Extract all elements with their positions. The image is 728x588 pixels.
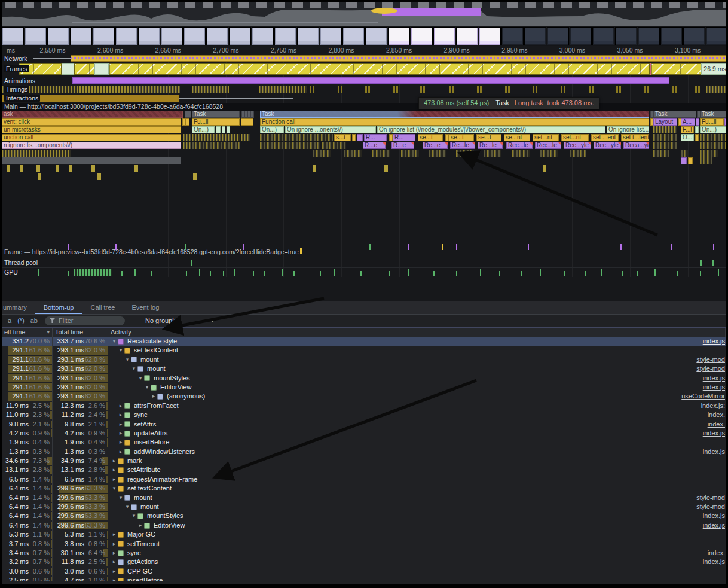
table-row[interactable]: 291.1 ms61.6 %293.1 ms62.0 %▸(anonymous)… [2, 392, 726, 401]
flame-block[interactable] [36, 165, 40, 172]
frame-segment[interactable] [651, 63, 701, 75]
filmstrip-thumbnail[interactable] [2, 27, 24, 45]
frame-segment[interactable] [62, 63, 74, 75]
frame-segment[interactable] [109, 63, 650, 75]
flame-block[interactable] [216, 126, 221, 133]
disclosure-triangle-icon[interactable]: ▾ [117, 346, 124, 355]
flame-block[interactable]: s...t [334, 134, 351, 141]
disclosure-triangle-icon[interactable]: ▾ [143, 383, 151, 392]
flame-block[interactable]: Task [260, 111, 649, 118]
frame-track[interactable]: Frame — https://id-preview--bd53fd9d-728… [2, 244, 726, 257]
filmstrip-thumbnail[interactable] [501, 27, 524, 45]
table-row[interactable]: 6.4 ms1.4 %299.6 ms63.3 %▾set textConten… [2, 484, 726, 493]
source-link[interactable]: style-mod [696, 355, 725, 364]
flame-block[interactable]: se...nt [504, 134, 530, 141]
source-link[interactable]: index.js [703, 511, 725, 520]
disclosure-triangle-icon[interactable]: ▾ [137, 374, 144, 383]
flame-block[interactable]: unction call [2, 134, 181, 141]
filmstrip-thumbnail[interactable] [342, 27, 365, 45]
disclosure-triangle-icon[interactable]: ▸ [111, 465, 118, 474]
filmstrip-thumbnail[interactable] [365, 27, 387, 45]
disclosure-triangle-icon[interactable]: ▸ [111, 567, 118, 576]
source-link[interactable]: index. [708, 410, 725, 419]
flame-block[interactable] [250, 118, 253, 126]
filmstrip-thumbnail[interactable] [47, 27, 69, 45]
flame-block[interactable]: Re...le [450, 142, 475, 149]
table-row[interactable]: 6.4 ms1.4 %299.6 ms63.3 %▾mountstyle-mod [2, 493, 726, 502]
cpu-overview-chart[interactable] [2, 8, 726, 26]
filmstrip-thumbnail[interactable] [479, 27, 501, 45]
flame-block[interactable] [183, 134, 191, 141]
table-row[interactable]: 2.5 ms0.5 %4.7 ms1.0 %▸insertBefore [2, 576, 726, 581]
flame-block[interactable] [653, 142, 677, 149]
flame-block[interactable] [357, 134, 363, 141]
flame-block[interactable] [134, 165, 138, 172]
flame-block[interactable] [512, 150, 530, 157]
flame-block[interactable] [700, 142, 728, 149]
flame-block[interactable] [250, 111, 254, 118]
flame-block[interactable] [192, 142, 240, 149]
source-link[interactable]: index. [708, 420, 725, 429]
flame-block[interactable] [313, 165, 316, 172]
flame-block[interactable]: R... [364, 134, 387, 141]
disclosure-triangle-icon[interactable]: ▾ [111, 484, 118, 493]
frame-duration-badge[interactable]: 26.9 ms [701, 63, 728, 75]
flame-block[interactable] [192, 134, 240, 141]
table-row[interactable]: 3.4 ms0.7 %30.1 ms6.4 %▸syncindex. [2, 549, 726, 557]
flame-block[interactable] [56, 165, 59, 172]
flame-block[interactable] [695, 126, 699, 133]
flame-block[interactable] [38, 173, 41, 180]
flame-block[interactable]: set t...tent [621, 134, 649, 141]
flame-block[interactable] [69, 165, 72, 172]
table-row[interactable]: 291.1 ms61.6 %293.1 ms62.0 %▾mountStyles… [2, 374, 726, 383]
filmstrip-thumbnail[interactable] [388, 27, 410, 45]
flame-block[interactable] [700, 134, 728, 141]
table-row[interactable]: 6.5 ms1.4 %6.5 ms1.4 %▸requestAnimationF… [2, 475, 726, 484]
flame-block[interactable] [241, 134, 250, 141]
filmstrip-thumbnail[interactable] [93, 27, 115, 45]
filmstrip-thumbnail[interactable] [660, 27, 683, 45]
disclosure-triangle-icon[interactable]: ▸ [111, 540, 118, 549]
disclosure-triangle-icon[interactable]: ▾ [124, 502, 131, 511]
flame-block[interactable]: Layout [653, 118, 677, 126]
table-row[interactable]: 9.8 ms2.1 %9.8 ms2.1 %▸setAttrsindex. [2, 420, 726, 429]
source-link[interactable]: index.js [703, 383, 725, 392]
flame-block[interactable] [653, 134, 677, 141]
filmstrip-thumbnail[interactable] [433, 27, 455, 45]
table-row[interactable]: 13.1 ms2.8 %13.1 ms2.8 %▸setAttribute [2, 465, 726, 474]
screenshot-filmstrip[interactable] [2, 26, 726, 46]
flame-block[interactable]: A... [681, 118, 695, 126]
timeline-ruler[interactable]: ms 2,550 ms2,600 ms2,650 ms2,700 ms2,750… [2, 46, 726, 54]
flame-block[interactable] [695, 134, 699, 141]
flame-block[interactable]: Task [700, 111, 728, 118]
disclosure-triangle-icon[interactable]: ▸ [111, 557, 118, 566]
flame-block[interactable]: Re...e [423, 142, 448, 149]
flame-block[interactable]: Reca...yle [623, 142, 649, 149]
network-track[interactable]: Network [2, 54, 726, 62]
table-row[interactable]: 5.3 ms1.1 %5.3 ms1.1 %▸Major GC [2, 530, 726, 539]
animation-bar[interactable] [72, 77, 669, 84]
disclosure-triangle-icon[interactable]: ▸ [117, 401, 124, 410]
flame-block[interactable]: On...) [260, 126, 284, 133]
flame-block[interactable] [222, 126, 225, 133]
filmstrip-thumbnail[interactable] [615, 27, 637, 45]
column-header-self-time[interactable]: elf time▾ [2, 328, 53, 337]
table-row[interactable]: 331.2 ms70.0 %333.7 ms70.6 %▾Recalculate… [2, 337, 726, 346]
disclosure-triangle-icon[interactable]: ▾ [117, 493, 124, 502]
gpu-track[interactable]: GPU [2, 267, 726, 278]
tab-summary[interactable]: ummary [2, 301, 35, 314]
filmstrip-thumbnail[interactable] [229, 27, 251, 45]
source-link[interactable]: style-mod [696, 502, 725, 511]
source-link[interactable]: index.js [703, 374, 725, 383]
flame-block[interactable]: Re...le [478, 142, 503, 149]
filmstrip-thumbnail[interactable] [252, 27, 274, 45]
disclosure-triangle-icon[interactable]: ▸ [111, 576, 118, 581]
flame-block[interactable] [322, 142, 346, 149]
flame-block[interactable] [260, 134, 333, 141]
flame-block[interactable] [313, 150, 331, 157]
flame-block[interactable]: R...e [391, 142, 414, 149]
disclosure-triangle-icon[interactable]: ▸ [117, 429, 124, 438]
filmstrip-thumbnail[interactable] [70, 27, 92, 45]
source-link[interactable]: index.js [703, 447, 725, 456]
flame-block[interactable] [193, 173, 197, 180]
